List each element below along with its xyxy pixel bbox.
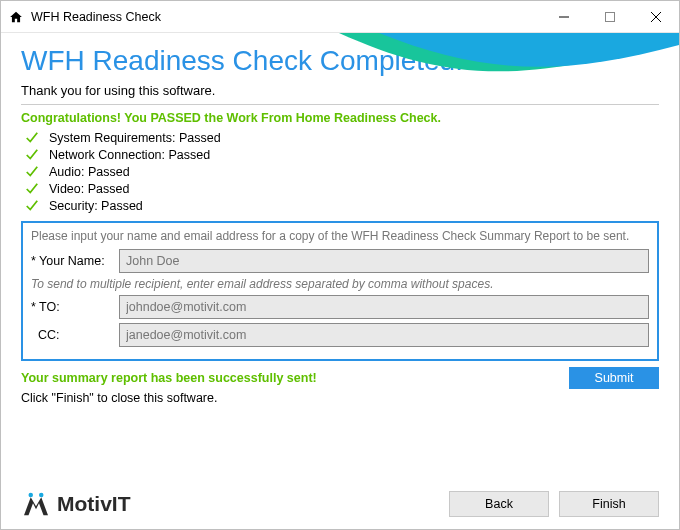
check-video: Video: Passed [25,182,659,196]
window-controls [541,1,679,32]
svg-rect-1 [606,12,615,21]
cc-row: CC: [31,323,649,347]
check-icon [25,131,39,145]
svg-point-4 [29,493,34,498]
sent-row: Your summary report has been successfull… [21,367,659,389]
check-icon [25,199,39,213]
logo-icon [21,491,51,517]
to-row: * TO: [31,295,649,319]
check-icon [25,182,39,196]
submit-button[interactable]: Submit [569,367,659,389]
to-input[interactable] [119,295,649,319]
finish-button[interactable]: Finish [559,491,659,517]
to-label: * TO: [31,300,119,314]
check-label: System Requirements: Passed [49,131,221,145]
cc-input[interactable] [119,323,649,347]
finish-instruction: Click "Finish" to close this software. [21,391,659,405]
sent-message: Your summary report has been successfull… [21,371,569,385]
app-window: WFH Readiness Check WFH Readiness Check … [0,0,680,530]
name-row: * Your Name: [31,249,649,273]
check-security: Security: Passed [25,199,659,213]
content: WFH Readiness Check Completed! Thank you… [1,33,679,405]
multi-hint: To send to multiple recipient, enter ema… [31,277,649,291]
brand-name: MotivIT [57,492,131,516]
congrats-text: Congratulations! You PASSED the Work Fro… [21,111,659,125]
home-icon [9,10,23,24]
name-label: * Your Name: [31,254,119,268]
check-icon [25,165,39,179]
name-input[interactable] [119,249,649,273]
page-heading: WFH Readiness Check Completed! [21,45,659,77]
minimize-button[interactable] [541,1,587,32]
svg-point-5 [39,493,44,498]
maximize-button[interactable] [587,1,633,32]
form-instruction: Please input your name and email address… [31,229,649,243]
check-audio: Audio: Passed [25,165,659,179]
back-button[interactable]: Back [449,491,549,517]
check-icon [25,148,39,162]
check-system: System Requirements: Passed [25,131,659,145]
window-title: WFH Readiness Check [31,10,541,24]
footer: MotivIT Back Finish [1,479,679,529]
thanks-text: Thank you for using this software. [21,83,659,98]
titlebar: WFH Readiness Check [1,1,679,33]
report-form: Please input your name and email address… [21,221,659,361]
brand-logo: MotivIT [21,491,131,517]
close-button[interactable] [633,1,679,32]
check-label: Video: Passed [49,182,129,196]
check-label: Audio: Passed [49,165,130,179]
divider [21,104,659,105]
cc-label: CC: [31,328,119,342]
check-label: Network Connection: Passed [49,148,210,162]
check-label: Security: Passed [49,199,143,213]
check-network: Network Connection: Passed [25,148,659,162]
